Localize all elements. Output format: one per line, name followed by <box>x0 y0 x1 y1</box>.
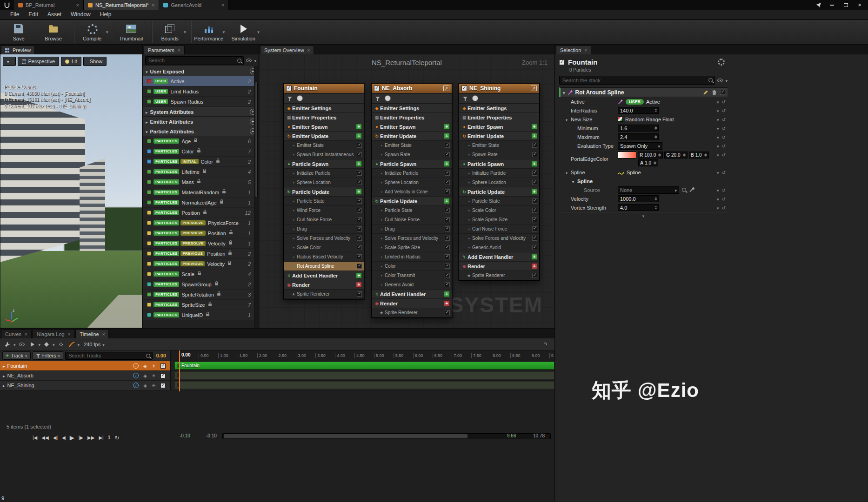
menu-item[interactable]: File <box>6 10 24 19</box>
property-row[interactable]: PortalEdgeColor <box>559 150 728 168</box>
stack-module-row[interactable]: Drag <box>284 225 364 234</box>
module-header[interactable]: Rot Around Spline <box>559 87 728 97</box>
chevron-down-icon[interactable] <box>257 30 260 34</box>
number-field[interactable]: 1000.0 <box>618 195 659 202</box>
expand-arrow-icon[interactable] <box>3 363 5 369</box>
burst-visibility-icon[interactable]: ☀ <box>152 383 156 388</box>
module-enabled-checkbox[interactable] <box>532 180 537 185</box>
stack-module-row[interactable]: Emitter Settings <box>284 104 364 113</box>
color-channel-a[interactable]: A1.0 <box>638 159 658 166</box>
property-options-icon[interactable] <box>717 134 719 140</box>
parameter-row[interactable]: PARTICLES NormalizedAge 1 <box>143 198 258 208</box>
preview-viewport[interactable]: Perspective Lit Show Particle Counts0 Cu… <box>0 54 142 328</box>
isolate-icon[interactable]: ◈ <box>143 373 147 378</box>
stack-module-row[interactable]: Emitter Properties <box>372 113 452 122</box>
add-module-button[interactable] <box>531 189 537 195</box>
chevron-down-icon[interactable] <box>184 30 186 34</box>
toolbar-button[interactable]: Thumbnail <box>115 21 153 43</box>
transport-button[interactable] <box>99 435 103 440</box>
search-input[interactable] <box>147 57 237 64</box>
timeline-tab[interactable]: Niagara Log <box>33 330 75 338</box>
transport-button[interactable] <box>33 435 37 440</box>
module-enabled-checkbox[interactable] <box>445 264 450 269</box>
work-range-start[interactable]: -0.10 <box>180 433 190 438</box>
tools-wrench-icon[interactable] <box>3 341 12 348</box>
stack-module-row[interactable]: Curl Noise Force <box>459 225 539 234</box>
stack-module-row[interactable]: Particle Update <box>284 187 364 197</box>
stack-module-row[interactable]: Solve Forces and Velocity <box>372 234 452 243</box>
info-icon[interactable] <box>133 363 139 369</box>
property-options-icon[interactable] <box>717 169 719 176</box>
parameter-section-header[interactable]: Emitter Attributes <box>143 117 258 126</box>
view-range-start[interactable]: -0.10 <box>206 433 217 438</box>
stack-module-row[interactable]: Sphere Location <box>284 178 364 187</box>
parameter-row[interactable]: USER Active 2 <box>143 76 258 86</box>
track-lane[interactable] <box>171 371 554 380</box>
track-enabled-checkbox[interactable] <box>160 373 166 378</box>
stack-module-row[interactable]: Scale Color <box>459 206 539 215</box>
parameter-row[interactable]: PARTICLES Scale 4 <box>143 269 258 279</box>
module-enabled-checkbox[interactable] <box>532 217 537 222</box>
module-enabled-checkbox[interactable] <box>720 90 725 95</box>
keyframe-diamond-icon[interactable] <box>42 341 51 348</box>
property-options-icon[interactable] <box>717 205 719 211</box>
module-enabled-checkbox[interactable] <box>445 189 450 194</box>
expand-arrow-icon[interactable] <box>3 383 5 388</box>
stack-module-row[interactable]: Add Event Handler <box>459 252 539 262</box>
stack-module-row[interactable]: Curl Noise Force <box>284 215 364 225</box>
stack-module-row[interactable]: Curl Noise Force <box>372 215 452 225</box>
module-enabled-checkbox[interactable] <box>357 143 362 148</box>
timeline-track[interactable]: NE_Shining ◈ ☀ <box>0 381 554 390</box>
filter-funnel-icon[interactable] <box>463 96 467 101</box>
parameter-row[interactable]: PARTICLES MaterialRandom 1 <box>143 187 258 198</box>
transport-button[interactable] <box>41 435 48 440</box>
stack-module-row[interactable]: Sprite Renderer <box>284 290 364 299</box>
viewport-control-button[interactable]: Perspective <box>18 57 59 66</box>
close-icon[interactable] <box>152 2 154 8</box>
burst-visibility-icon[interactable]: ☀ <box>152 363 156 369</box>
module-enabled-checkbox[interactable] <box>445 152 450 157</box>
module-enabled-checkbox[interactable] <box>445 236 450 241</box>
expand-arrow-icon[interactable] <box>563 89 565 96</box>
reset-to-default-icon[interactable] <box>722 99 726 105</box>
property-value[interactable]: Active <box>646 99 660 105</box>
expand-arrow-icon[interactable] <box>146 128 148 135</box>
emitter-lifetime-bar[interactable] <box>174 381 554 389</box>
track-search-input[interactable] <box>67 352 146 359</box>
module-enabled-checkbox[interactable] <box>532 208 537 213</box>
module-enabled-checkbox[interactable] <box>357 152 362 157</box>
menu-item[interactable]: Edit <box>24 10 43 19</box>
stack-module-row[interactable]: Limited in Radius <box>372 252 452 262</box>
module-enabled-checkbox[interactable] <box>445 226 450 231</box>
paper-plane-icon[interactable] <box>812 2 824 8</box>
dynamic-input-value[interactable]: Random Range Float <box>625 117 674 122</box>
add-module-button[interactable] <box>444 300 450 306</box>
isolate-toggle-icon[interactable] <box>472 95 478 101</box>
parameter-row[interactable]: PARTICLES UniqueID 1 <box>143 310 258 320</box>
stack-module-row[interactable]: Scale Sprite Size <box>372 243 452 252</box>
property-row[interactable]: Spline Spline Spline <box>559 168 728 177</box>
emitter-node-header[interactable]: Fountain <box>284 84 364 93</box>
stack-module-row[interactable]: Emitter Spawn <box>372 122 452 132</box>
stack-module-row[interactable]: Scale Sprite Size <box>459 215 539 225</box>
stack-module-row[interactable]: Particle State <box>372 206 452 215</box>
timeline-ruler[interactable]: 0.501.001.502.002.503.003.504.004.505.00… <box>171 350 554 361</box>
module-enabled-checkbox[interactable] <box>445 245 450 250</box>
stack-module-row[interactable]: Emitter Update <box>372 132 452 141</box>
module-enabled-checkbox[interactable] <box>532 198 537 204</box>
toolbar-button[interactable]: Compile <box>76 21 114 43</box>
property-row[interactable]: Source None None <box>559 185 728 194</box>
module-enabled-checkbox[interactable] <box>445 208 450 213</box>
emitter-node-header[interactable]: NE_Shining <box>459 84 539 93</box>
emitter-node[interactable]: Fountain Emitter Sett <box>283 83 364 299</box>
filter-funnel-icon[interactable] <box>287 96 292 101</box>
property-row[interactable]: Velocity 1000.0 1000.0 <box>559 194 728 203</box>
stack-module-row[interactable]: Initialize Particle <box>284 169 364 178</box>
isolate-toggle-icon[interactable] <box>385 95 391 101</box>
property-options-icon[interactable] <box>717 99 719 105</box>
close-icon[interactable] <box>584 47 587 53</box>
module-enabled-checkbox[interactable] <box>445 282 450 287</box>
add-module-button[interactable] <box>356 282 362 288</box>
parameter-row[interactable]: PARTICLES Position 12 <box>143 208 258 218</box>
window-tab[interactable]: NS_ReturnalTeleportal* <box>84 0 159 10</box>
